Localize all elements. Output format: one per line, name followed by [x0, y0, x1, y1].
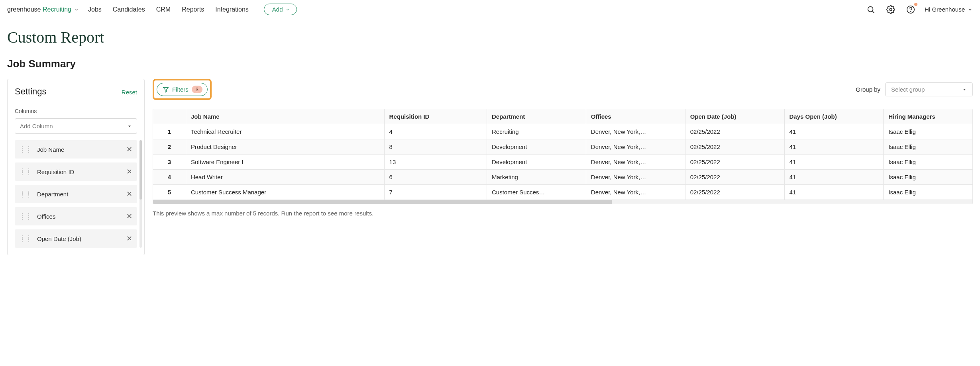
- table-row[interactable]: 2 Product Designer 8 Development Denver,…: [153, 139, 972, 155]
- logo[interactable]: greenhouse Recruiting: [7, 6, 79, 13]
- cell-department: Marketing: [487, 170, 586, 185]
- svg-point-4: [911, 11, 911, 12]
- cell-opendate: 02/25/2022: [685, 185, 784, 200]
- column-list: ⋮⋮⋮⋮ Job Name ✕ ⋮⋮⋮⋮ Requisition ID ✕ ⋮⋮…: [15, 140, 137, 248]
- drag-handle-icon[interactable]: ⋮⋮⋮⋮: [20, 236, 32, 241]
- column-item[interactable]: ⋮⋮⋮⋮ Open Date (Job) ✕: [15, 229, 137, 248]
- cell-daysopen: 41: [784, 139, 884, 155]
- nav-crm[interactable]: CRM: [156, 6, 171, 13]
- column-item-label: Offices: [37, 213, 55, 220]
- search-button[interactable]: [865, 4, 877, 16]
- cell-reqid: 7: [384, 185, 487, 200]
- nav-jobs[interactable]: Jobs: [88, 6, 102, 13]
- cell-opendate: 02/25/2022: [685, 139, 784, 155]
- table-row[interactable]: 5 Customer Success Manager 7 Customer Su…: [153, 185, 972, 200]
- column-item[interactable]: ⋮⋮⋮⋮ Requisition ID ✕: [15, 162, 137, 181]
- user-greeting-label: Hi Greenhouse: [925, 6, 965, 13]
- top-nav: greenhouse Recruiting Jobs Candidates CR…: [0, 0, 980, 19]
- user-menu[interactable]: Hi Greenhouse: [925, 6, 973, 13]
- cell-jobname: Software Engineer I: [186, 155, 384, 170]
- table-header-hiringmanagers[interactable]: Hiring Managers: [884, 109, 972, 124]
- remove-column-button[interactable]: ✕: [126, 212, 132, 221]
- page-title: Custom Report: [7, 28, 980, 47]
- add-column-placeholder: Add Column: [20, 123, 53, 129]
- columns-label: Columns: [15, 108, 137, 114]
- logo-text: greenhouse Recruiting: [7, 6, 71, 13]
- help-button[interactable]: [905, 4, 917, 16]
- drag-handle-icon[interactable]: ⋮⋮⋮⋮: [20, 147, 32, 152]
- cell-offices: Denver, New York,…: [586, 139, 685, 155]
- table-header-reqid[interactable]: Requisition ID: [384, 109, 487, 124]
- cell-jobname: Customer Success Manager: [186, 185, 384, 200]
- drag-handle-icon[interactable]: ⋮⋮⋮⋮: [20, 192, 32, 196]
- groupby-label: Group by: [856, 86, 880, 93]
- sidebar-scrollbar[interactable]: [139, 140, 142, 248]
- topnav-right: Hi Greenhouse: [865, 4, 973, 16]
- caret-down-icon: [962, 87, 967, 92]
- close-icon: ✕: [126, 168, 132, 176]
- cell-reqid: 6: [384, 170, 487, 185]
- caret-down-icon: [127, 124, 132, 129]
- table-header-row: Job Name Requisition ID Department Offic…: [153, 109, 972, 124]
- main-content: Filters 3 Group by Select group: [153, 79, 973, 217]
- remove-column-button[interactable]: ✕: [126, 167, 132, 176]
- table-header-department[interactable]: Department: [487, 109, 586, 124]
- cell-opendate: 02/25/2022: [685, 124, 784, 139]
- cell-opendate: 02/25/2022: [685, 155, 784, 170]
- cell-offices: Denver, New York,…: [586, 124, 685, 139]
- cell-daysopen: 41: [784, 155, 884, 170]
- table-row[interactable]: 3 Software Engineer I 13 Development Den…: [153, 155, 972, 170]
- add-button[interactable]: Add: [264, 4, 297, 15]
- cell-hiringmanagers: Isaac Ellig: [884, 139, 972, 155]
- cell-offices: Denver, New York,…: [586, 155, 685, 170]
- table-horizontal-scrollbar[interactable]: [153, 200, 972, 204]
- table-header-opendate[interactable]: Open Date (Job): [685, 109, 784, 124]
- add-column-select[interactable]: Add Column: [15, 118, 137, 134]
- nav-integrations[interactable]: Integrations: [215, 6, 249, 13]
- chevron-down-icon: [285, 7, 290, 12]
- close-icon: ✕: [126, 235, 132, 243]
- table-row[interactable]: 4 Head Writer 6 Marketing Denver, New Yo…: [153, 170, 972, 185]
- cell-department: Development: [487, 139, 586, 155]
- nav-links: Jobs Candidates CRM Reports Integrations: [88, 6, 249, 13]
- filters-button[interactable]: Filters 3: [157, 83, 208, 96]
- groupby-control: Group by Select group: [856, 82, 973, 96]
- reset-link[interactable]: Reset: [122, 89, 137, 96]
- column-item-label: Requisition ID: [37, 168, 74, 175]
- column-item[interactable]: ⋮⋮⋮⋮ Department ✕: [15, 185, 137, 203]
- row-index: 2: [153, 139, 186, 155]
- nav-candidates[interactable]: Candidates: [113, 6, 145, 13]
- svg-marker-5: [128, 125, 131, 127]
- chevron-down-icon[interactable]: [74, 7, 79, 12]
- table-header-daysopen[interactable]: Days Open (Job): [784, 109, 884, 124]
- column-item-label: Job Name: [37, 146, 64, 153]
- groupby-select[interactable]: Select group: [885, 82, 973, 96]
- close-icon: ✕: [126, 145, 132, 153]
- table-header-jobname[interactable]: Job Name: [186, 109, 384, 124]
- table-header-offices[interactable]: Offices: [586, 109, 685, 124]
- settings-button[interactable]: [885, 4, 897, 16]
- cell-jobname: Product Designer: [186, 139, 384, 155]
- table-header-index: [153, 109, 186, 124]
- remove-column-button[interactable]: ✕: [126, 234, 132, 243]
- row-index: 4: [153, 170, 186, 185]
- nav-reports[interactable]: Reports: [182, 6, 204, 13]
- drag-handle-icon[interactable]: ⋮⋮⋮⋮: [20, 214, 32, 219]
- settings-title: Settings: [15, 86, 47, 97]
- cell-hiringmanagers: Isaac Ellig: [884, 185, 972, 200]
- row-index: 3: [153, 155, 186, 170]
- column-item[interactable]: ⋮⋮⋮⋮ Offices ✕: [15, 207, 137, 225]
- column-item[interactable]: ⋮⋮⋮⋮ Job Name ✕: [15, 140, 137, 159]
- drag-handle-icon[interactable]: ⋮⋮⋮⋮: [20, 169, 32, 174]
- svg-marker-7: [963, 89, 966, 90]
- close-icon: ✕: [126, 190, 132, 198]
- search-icon: [866, 5, 875, 14]
- remove-column-button[interactable]: ✕: [126, 145, 132, 154]
- toolbar: Filters 3 Group by Select group: [153, 79, 973, 100]
- cell-hiringmanagers: Isaac Ellig: [884, 124, 972, 139]
- table-row[interactable]: 1 Technical Recruiter 4 Recruiting Denve…: [153, 124, 972, 139]
- remove-column-button[interactable]: ✕: [126, 190, 132, 198]
- cell-reqid: 13: [384, 155, 487, 170]
- add-button-label: Add: [272, 6, 283, 13]
- cell-offices: Denver, New York,…: [586, 170, 685, 185]
